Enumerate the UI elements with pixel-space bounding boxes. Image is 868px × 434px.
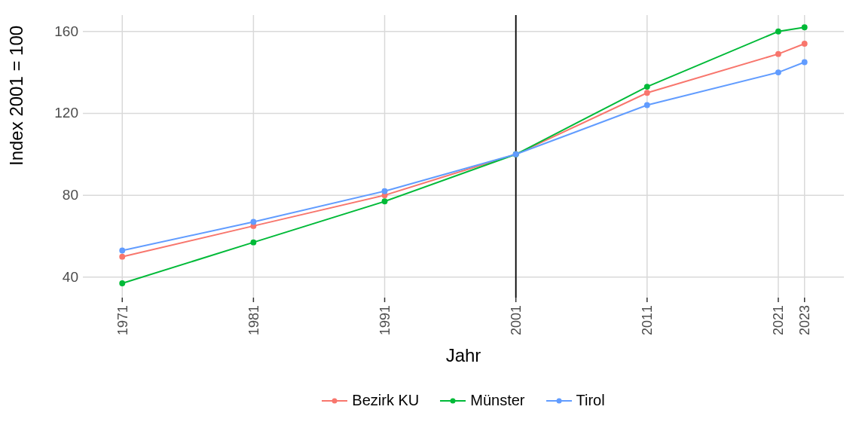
svg-point-21 bbox=[382, 199, 387, 203]
legend-swatch-icon bbox=[322, 393, 347, 408]
plot-area: 1971198119912001201120212023 bbox=[83, 15, 844, 298]
svg-point-27 bbox=[251, 219, 255, 224]
legend-item: Münster bbox=[440, 392, 524, 409]
svg-point-12 bbox=[120, 254, 124, 258]
y-tick-label: 160 bbox=[54, 23, 78, 40]
svg-point-30 bbox=[645, 102, 649, 107]
series-bezirk-ku bbox=[120, 41, 807, 259]
svg-point-20 bbox=[251, 240, 255, 244]
svg-point-28 bbox=[382, 188, 387, 193]
svg-point-24 bbox=[776, 29, 781, 34]
series-münster bbox=[120, 25, 807, 286]
svg-point-17 bbox=[776, 51, 781, 56]
legend-label: Bezirk KU bbox=[352, 392, 419, 409]
svg-point-25 bbox=[802, 25, 807, 29]
x-tick-label: 2021 bbox=[771, 305, 786, 335]
legend-swatch-icon bbox=[546, 393, 572, 408]
svg-point-31 bbox=[776, 70, 781, 75]
legend: Bezirk KUMünsterTirol bbox=[83, 392, 844, 412]
svg-point-32 bbox=[802, 60, 807, 64]
svg-point-29 bbox=[513, 152, 518, 157]
y-tick-label: 80 bbox=[63, 187, 78, 203]
series-tirol bbox=[120, 60, 807, 252]
x-axis-label: Jahr bbox=[83, 345, 844, 366]
legend-label: Münster bbox=[470, 392, 524, 409]
legend-item: Tirol bbox=[546, 392, 605, 409]
svg-point-18 bbox=[802, 41, 807, 46]
x-tick-label: 1981 bbox=[246, 305, 261, 335]
x-tick-label: 2023 bbox=[797, 305, 812, 335]
chart-container: Index 2001 = 100 4080120160 197119811991… bbox=[0, 0, 868, 434]
y-tick-label: 120 bbox=[54, 105, 78, 121]
x-tick-label: 2011 bbox=[640, 305, 655, 335]
y-axis-ticks: 4080120160 bbox=[0, 15, 78, 298]
x-tick-label: 1991 bbox=[377, 305, 393, 335]
legend-label: Tirol bbox=[576, 392, 605, 409]
legend-swatch-icon bbox=[440, 393, 466, 408]
x-tick-label: 1971 bbox=[115, 305, 130, 335]
svg-point-19 bbox=[120, 281, 124, 286]
svg-point-16 bbox=[645, 90, 649, 95]
legend-item: Bezirk KU bbox=[322, 392, 419, 409]
svg-point-26 bbox=[120, 248, 124, 252]
x-tick-label: 2001 bbox=[509, 305, 524, 335]
svg-point-23 bbox=[645, 84, 649, 89]
y-tick-label: 40 bbox=[63, 269, 78, 286]
